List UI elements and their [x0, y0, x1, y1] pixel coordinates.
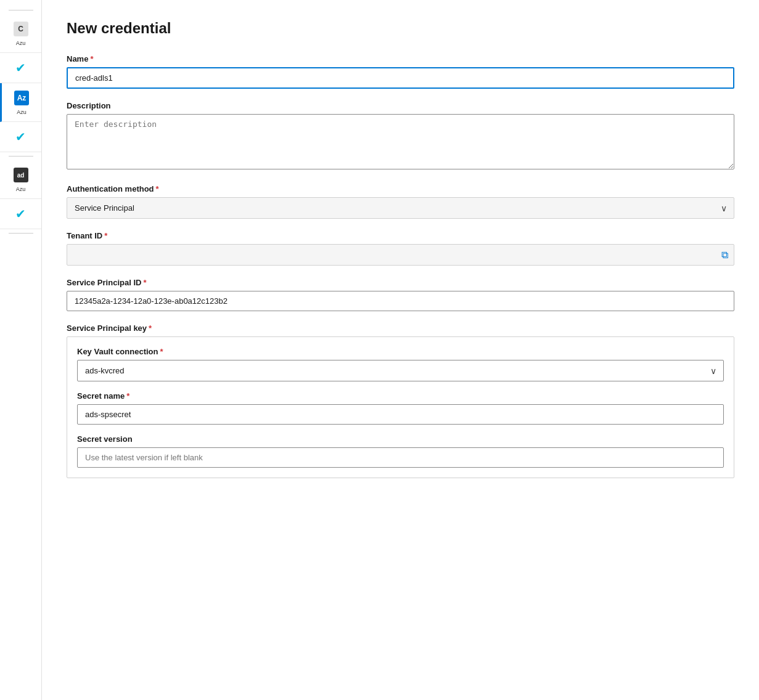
tenant-id-required-star: *: [104, 231, 107, 240]
sidebar-divider-bot: [9, 233, 33, 234]
name-input[interactable]: [67, 67, 734, 89]
sidebar-item-ad[interactable]: ad Azu: [0, 160, 41, 199]
copy-icon[interactable]: ⧉: [721, 250, 728, 261]
sidebar-item-check2[interactable]: ✔: [0, 122, 41, 152]
sp-id-label: Service Principal ID *: [67, 278, 734, 287]
sidebar-item-az[interactable]: Az Azu: [0, 83, 41, 122]
sp-id-input[interactable]: [67, 291, 734, 311]
description-textarea[interactable]: [67, 114, 734, 169]
description-field-group: Description: [67, 101, 734, 172]
auth-method-field-group: Authentication method * Service Principa…: [67, 184, 734, 219]
tenant-id-field-group: Tenant ID * ⧉: [67, 231, 734, 266]
sidebar-icon-c: C: [12, 20, 30, 38]
kv-connection-field-group: Key Vault connection * ads-kvcred ∨: [77, 347, 724, 381]
name-field-group: Name *: [67, 54, 734, 89]
sp-key-required-star: *: [149, 324, 152, 333]
kv-connection-select[interactable]: ads-kvcred: [77, 360, 724, 381]
sidebar-label-ad: ad: [17, 172, 25, 179]
sidebar-icon-ad: ad: [12, 166, 30, 184]
sp-key-box: Key Vault connection * ads-kvcred ∨ Secr…: [67, 336, 734, 478]
auth-method-label: Authentication method *: [67, 184, 734, 193]
sidebar-item-c[interactable]: C Azu: [0, 14, 41, 53]
kv-connection-required-star: *: [160, 347, 163, 356]
secret-name-label: Secret name *: [77, 391, 724, 401]
main-content: New credential Name * Description Authen…: [42, 0, 759, 700]
sp-id-required-star: *: [143, 278, 146, 287]
sidebar-item-check1[interactable]: ✔: [0, 53, 41, 83]
name-required-star: *: [90, 54, 93, 63]
kv-connection-select-wrapper: ads-kvcred ∨: [77, 360, 724, 381]
secret-version-label: Secret version: [77, 434, 724, 444]
sp-key-label: Service Principal key *: [67, 324, 734, 333]
secret-version-input[interactable]: [77, 447, 724, 468]
sidebar-sublabel-az: Azu: [17, 109, 27, 115]
auth-method-required-star: *: [156, 184, 159, 193]
description-label: Description: [67, 101, 734, 110]
secret-version-field-group: Secret version: [77, 434, 724, 468]
tenant-id-wrapper: ⧉: [67, 244, 734, 266]
tenant-id-label: Tenant ID *: [67, 231, 734, 240]
sp-id-field-group: Service Principal ID *: [67, 278, 734, 311]
sidebar-divider-top: [9, 10, 33, 10]
sidebar-sublabel-ad: Azu: [16, 186, 26, 192]
check-icon-3: ✔: [12, 205, 30, 222]
check-icon-2: ✔: [12, 128, 30, 145]
secret-name-required-star: *: [126, 391, 129, 401]
sidebar-label-az: Az: [17, 94, 27, 102]
name-label: Name *: [67, 54, 734, 63]
check-icon-1: ✔: [12, 59, 30, 76]
sidebar-item-check3[interactable]: ✔: [0, 199, 41, 229]
kv-connection-label: Key Vault connection *: [77, 347, 724, 356]
sidebar-icon-az: Az: [13, 89, 30, 107]
sidebar: C Azu ✔ Az Azu ✔ ad Azu ✔: [0, 0, 42, 700]
sidebar-sublabel-c: Azu: [16, 40, 26, 46]
secret-name-input[interactable]: [77, 404, 724, 425]
auth-method-select[interactable]: Service Principal: [67, 197, 734, 219]
sp-key-field-group: Service Principal key * Key Vault connec…: [67, 324, 734, 478]
page-title: New credential: [67, 20, 734, 37]
secret-name-field-group: Secret name *: [77, 391, 724, 425]
tenant-id-input[interactable]: [67, 244, 734, 266]
sidebar-divider-mid: [9, 156, 33, 157]
sidebar-label-c: C: [18, 25, 23, 33]
auth-method-select-wrapper: Service Principal ∨: [67, 197, 734, 219]
